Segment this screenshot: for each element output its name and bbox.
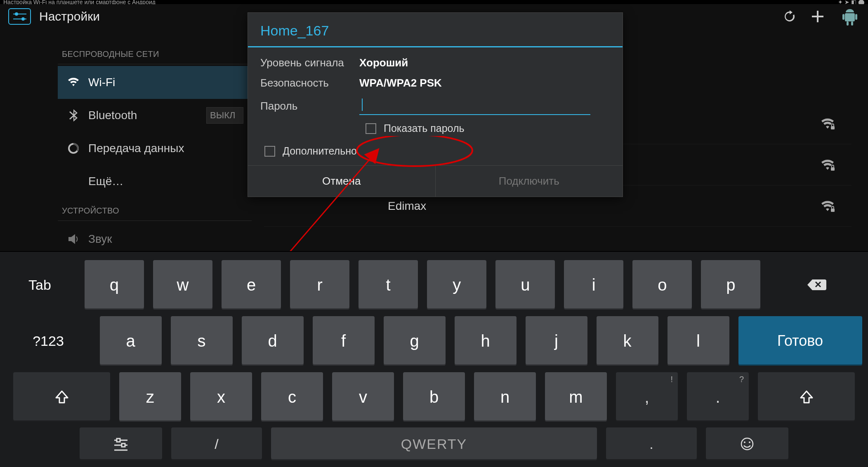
password-input[interactable] bbox=[359, 97, 590, 115]
key-r[interactable]: r bbox=[290, 260, 349, 310]
key-f[interactable]: f bbox=[313, 316, 375, 366]
key-m[interactable]: m bbox=[545, 372, 607, 422]
svg-rect-8 bbox=[855, 14, 857, 20]
key-b[interactable]: b bbox=[403, 372, 465, 422]
section-wireless: БЕСПРОВОДНЫЕ СЕТИ bbox=[62, 49, 252, 59]
key-k[interactable]: k bbox=[597, 316, 658, 366]
android-robot-icon bbox=[840, 7, 860, 26]
key-shift-left[interactable] bbox=[13, 372, 110, 422]
wifi-signal-secure-icon bbox=[820, 157, 835, 172]
settings-app-icon bbox=[8, 8, 31, 25]
show-password-checkbox[interactable] bbox=[366, 123, 376, 134]
sidebar-item-label: Ещё… bbox=[88, 175, 123, 188]
key-u[interactable]: u bbox=[495, 260, 555, 310]
show-password-row[interactable]: Показать пароль bbox=[366, 122, 610, 134]
key-v[interactable]: v bbox=[332, 372, 394, 422]
key-q[interactable]: q bbox=[85, 260, 144, 310]
security-label: Безопасность bbox=[260, 77, 359, 89]
sidebar-item-label: Wi-Fi bbox=[88, 76, 115, 89]
key-enter[interactable]: Готово bbox=[738, 316, 862, 366]
svg-point-3 bbox=[22, 18, 24, 20]
key-p[interactable]: p bbox=[701, 260, 760, 310]
security-value: WPA/WPA2 PSK bbox=[359, 77, 442, 89]
svg-rect-12 bbox=[831, 126, 835, 129]
key-y[interactable]: y bbox=[427, 260, 486, 310]
sidebar-item-wifi[interactable]: Wi-Fi bbox=[58, 66, 252, 99]
key-a[interactable]: a bbox=[100, 316, 162, 366]
key-e[interactable]: e bbox=[222, 260, 281, 310]
screen: Настройка Wi-Fi на планшете или смартфон… bbox=[0, 0, 868, 467]
key-j[interactable]: j bbox=[526, 316, 587, 366]
sidebar-item-data-usage[interactable]: Передача данных bbox=[58, 132, 252, 165]
add-icon[interactable] bbox=[808, 7, 828, 26]
key-z[interactable]: z bbox=[119, 372, 181, 422]
sidebar-item-label: Bluetooth bbox=[88, 109, 137, 122]
wifi-icon bbox=[66, 76, 81, 89]
svg-rect-14 bbox=[831, 209, 835, 212]
key-punct-8[interactable]: .? bbox=[687, 372, 749, 422]
svg-rect-9 bbox=[847, 21, 849, 26]
key-t[interactable]: t bbox=[359, 260, 418, 310]
svg-rect-20 bbox=[122, 444, 125, 447]
advanced-row[interactable]: Дополнительно bbox=[264, 145, 610, 157]
dialog-title: Home_167 bbox=[248, 13, 623, 46]
svg-rect-7 bbox=[842, 14, 844, 20]
signal-strength-label: Уровень сигнала bbox=[260, 56, 359, 69]
bluetooth-toggle[interactable]: ВЫКЛ bbox=[206, 107, 243, 124]
key-backspace[interactable] bbox=[769, 260, 864, 310]
bluetooth-icon bbox=[66, 109, 81, 122]
key-i[interactable]: i bbox=[564, 260, 623, 310]
key-o[interactable]: o bbox=[632, 260, 692, 310]
wifi-signal-secure-icon bbox=[820, 116, 835, 131]
cancel-button[interactable]: Отмена bbox=[248, 166, 435, 197]
password-label: Пароль bbox=[260, 100, 359, 113]
wifi-connect-dialog: Home_167 Уровень сигнала Хороший Безопас… bbox=[248, 12, 623, 197]
key-period[interactable]: . bbox=[606, 427, 697, 460]
app-title: Настройки bbox=[39, 9, 100, 23]
data-usage-icon bbox=[66, 143, 81, 154]
key-symbols[interactable]: ?123 bbox=[6, 316, 91, 366]
key-c[interactable]: c bbox=[261, 372, 323, 422]
key-s[interactable]: s bbox=[171, 316, 233, 366]
key-shift-right[interactable] bbox=[758, 372, 855, 422]
key-tab[interactable]: Tab bbox=[4, 260, 75, 310]
sidebar-item-more[interactable]: Ещё… bbox=[58, 165, 252, 198]
svg-rect-4 bbox=[845, 13, 855, 21]
browser-topbar: Настройка Wi-Fi на планшете или смартфон… bbox=[0, 0, 868, 4]
wifi-network-name: Edimax bbox=[388, 199, 820, 213]
svg-point-24 bbox=[749, 441, 750, 443]
sidebar-item-sound[interactable]: Звук bbox=[58, 223, 252, 256]
key-h[interactable]: h bbox=[455, 316, 517, 366]
key-x[interactable]: x bbox=[190, 372, 252, 422]
svg-rect-10 bbox=[851, 21, 853, 26]
show-password-label: Показать пароль bbox=[384, 122, 465, 134]
svg-point-23 bbox=[744, 441, 745, 443]
advanced-checkbox[interactable] bbox=[264, 146, 275, 157]
advanced-label: Дополнительно bbox=[283, 145, 357, 157]
svg-point-22 bbox=[741, 438, 753, 450]
key-w[interactable]: w bbox=[153, 260, 212, 310]
onscreen-keyboard: Tab qwertyuiop ?123 asdfghjklГотово zxcv… bbox=[0, 251, 868, 467]
key-slash[interactable]: / bbox=[171, 427, 262, 460]
key-punct-7[interactable]: ,! bbox=[616, 372, 678, 422]
sidebar-item-label: Передача данных bbox=[88, 142, 184, 155]
connect-button[interactable]: Подключить bbox=[435, 166, 623, 197]
refresh-icon[interactable] bbox=[780, 7, 800, 26]
key-emoji[interactable] bbox=[706, 427, 788, 460]
wifi-signal-secure-icon bbox=[820, 199, 835, 214]
text-cursor bbox=[362, 99, 363, 111]
svg-rect-18 bbox=[117, 439, 120, 442]
sidebar-item-bluetooth[interactable]: Bluetooth ВЫКЛ bbox=[58, 99, 252, 132]
sound-icon bbox=[66, 233, 81, 245]
key-l[interactable]: l bbox=[668, 316, 729, 366]
key-input-settings[interactable] bbox=[80, 427, 162, 460]
key-space[interactable]: QWERTY bbox=[271, 427, 597, 460]
key-d[interactable]: d bbox=[242, 316, 304, 366]
key-n[interactable]: n bbox=[474, 372, 536, 422]
sidebar-item-label: Звук bbox=[88, 232, 112, 246]
svg-rect-13 bbox=[831, 167, 835, 171]
svg-point-1 bbox=[15, 13, 18, 15]
section-device: УСТРОЙСТВО bbox=[62, 206, 252, 216]
key-g[interactable]: g bbox=[384, 316, 446, 366]
settings-sidebar: БЕСПРОВОДНЫЕ СЕТИ Wi-Fi Bluetooth ВЫКЛ П… bbox=[58, 41, 252, 256]
